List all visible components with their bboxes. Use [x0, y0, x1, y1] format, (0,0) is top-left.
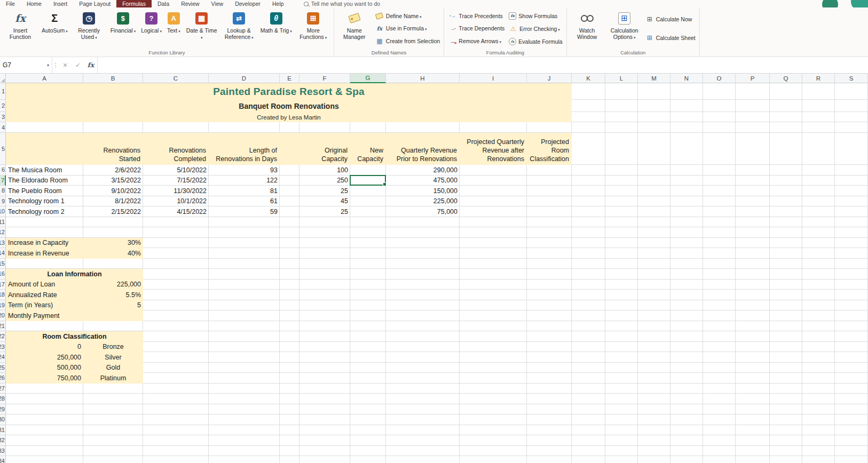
remove-arrows-button[interactable]: Remove Arrows	[446, 36, 507, 46]
cell-D5[interactable]: Length of Renovations in Days	[209, 133, 280, 165]
financial-button[interactable]: Financial	[108, 9, 139, 49]
cell-D6[interactable]: 93	[209, 165, 280, 175]
tell-me-box[interactable]: Tell me what you want to do	[304, 1, 381, 7]
row-header-9[interactable]: 9	[0, 196, 6, 207]
row-header-8[interactable]: 8	[0, 186, 6, 196]
tab-formulas[interactable]: Formulas	[116, 0, 152, 7]
row-header-30[interactable]: 30	[0, 414, 6, 425]
row-header-5[interactable]: 5	[0, 133, 6, 165]
row-header-17[interactable]: 17	[0, 280, 6, 290]
error-checking-button[interactable]: Error Checking	[507, 24, 564, 34]
formula-input[interactable]	[97, 57, 868, 73]
cell-D8[interactable]: 81	[209, 186, 280, 196]
tab-help[interactable]: Help	[266, 0, 290, 7]
column-header-P[interactable]: P	[736, 74, 770, 83]
cell-C8[interactable]: 11/30/2022	[143, 186, 209, 196]
name-box[interactable]: G7 ▾	[0, 57, 52, 73]
cell-D7[interactable]: 122	[209, 175, 280, 186]
tab-insert[interactable]: Insert	[48, 0, 73, 7]
name-manager-button[interactable]: Name Manager	[336, 9, 373, 49]
column-header-K[interactable]: K	[572, 74, 605, 83]
row-header-18[interactable]: 18	[0, 290, 6, 300]
cell-F6[interactable]: 100	[299, 165, 350, 175]
cell-A14[interactable]: Increase in Revenue	[6, 248, 83, 259]
row-header-16[interactable]: 16	[0, 269, 6, 280]
cell-C5[interactable]: Renovations Completed	[143, 133, 209, 165]
row-header-20[interactable]: 20	[0, 310, 6, 321]
column-header-Q[interactable]: Q	[770, 74, 802, 83]
cell-B25[interactable]: Gold	[83, 363, 143, 373]
watch-window-button[interactable]: Watch Window	[569, 9, 606, 49]
recently-used-button[interactable]: Recently Used	[70, 9, 108, 49]
cell-G5[interactable]: New Capacity	[350, 133, 386, 165]
cell-A23[interactable]: 0	[6, 342, 83, 353]
cell-B23[interactable]: Bronze	[83, 342, 143, 353]
row-header-22[interactable]: 22	[0, 331, 6, 342]
cell-H5[interactable]: Quarterly Revenue Prior to Renovations	[386, 133, 460, 165]
row-header-13[interactable]: 13	[0, 238, 6, 249]
cell-A8[interactable]: The Pueblo Room	[6, 186, 83, 196]
cell-A10[interactable]: Technology room 2	[6, 206, 83, 217]
name-box-caret-icon[interactable]: ▾	[47, 63, 49, 68]
row-header-25[interactable]: 25	[0, 363, 6, 373]
cell-A13[interactable]: Increase in Capacity	[6, 238, 83, 249]
row-header-32[interactable]: 32	[0, 435, 6, 446]
row-header-14[interactable]: 14	[0, 248, 6, 259]
row-header-28[interactable]: 28	[0, 394, 6, 404]
row-header-15[interactable]: 15	[0, 259, 6, 269]
create-from-selection-button[interactable]: Create from Selection	[373, 36, 443, 46]
column-header-F[interactable]: F	[299, 74, 350, 83]
show-formulas-button[interactable]: Show Formulas	[507, 12, 564, 20]
insert-function-button[interactable]: Insert Function	[2, 9, 39, 49]
cell-A26[interactable]: 750,000	[6, 373, 83, 384]
formula-bar-grip-icon[interactable]: ⋮	[52, 57, 59, 73]
sheet-grid[interactable]: Painted Paradise Resort & SpaBanquet Roo…	[0, 74, 868, 463]
cell-F9[interactable]: 45	[299, 196, 350, 207]
column-header-N[interactable]: N	[670, 74, 703, 83]
row-header-19[interactable]: 19	[0, 300, 6, 311]
cell-A17[interactable]: Amount of Loan	[6, 280, 83, 290]
lookup-reference-button[interactable]: Lookup & Reference	[220, 9, 258, 49]
column-header-S[interactable]: S	[835, 74, 868, 83]
calculate-sheet-button[interactable]: Calculate Sheet	[643, 33, 698, 43]
cell-C6[interactable]: 5/10/2022	[143, 165, 209, 175]
use-in-formula-button[interactable]: Use in Formula	[373, 23, 443, 33]
cell-F7[interactable]: 250	[299, 175, 350, 186]
date-time-button[interactable]: Date & Time	[183, 9, 220, 49]
row-header-23[interactable]: 23	[0, 342, 6, 353]
tab-review[interactable]: Review	[175, 0, 205, 7]
cell-A25[interactable]: 500,000	[6, 363, 83, 373]
cell-A18[interactable]: Annualized Rate	[6, 290, 83, 300]
cell-B8[interactable]: 9/10/2022	[83, 186, 143, 196]
select-all-corner[interactable]	[0, 74, 6, 83]
cell-A22[interactable]: Room Classification	[6, 331, 143, 342]
cell-A24[interactable]: 250,000	[6, 352, 83, 363]
cell-A6[interactable]: The Musica Room	[6, 165, 83, 175]
tab-view[interactable]: View	[206, 0, 230, 7]
column-header-D[interactable]: D	[209, 74, 280, 83]
cell-B26[interactable]: Platinum	[83, 373, 143, 384]
cell-B9[interactable]: 8/1/2022	[83, 196, 143, 207]
evaluate-formula-button[interactable]: Evaluate Formula	[507, 37, 564, 46]
cell-J5[interactable]: Projected Room Classification	[527, 133, 572, 165]
enter-button[interactable]	[72, 57, 84, 73]
cell-B10[interactable]: 2/15/2022	[83, 206, 143, 217]
define-name-button[interactable]: Define Name	[373, 11, 443, 21]
column-header-E[interactable]: E	[280, 74, 299, 83]
trace-dependents-button[interactable]: Trace Dependents	[446, 23, 507, 33]
calculation-options-button[interactable]: Calculation Options	[606, 9, 643, 49]
cell-D10[interactable]: 59	[209, 206, 280, 217]
autosum-button[interactable]: AutoSum	[39, 9, 70, 49]
column-header-M[interactable]: M	[638, 74, 670, 83]
row-header-3[interactable]: 3	[0, 112, 6, 122]
cell-F10[interactable]: 25	[299, 206, 350, 217]
cell-C7[interactable]: 7/15/2022	[143, 175, 209, 186]
row-header-4[interactable]: 4	[0, 122, 6, 133]
column-header-G[interactable]: G	[350, 74, 386, 83]
row-header-12[interactable]: 12	[0, 227, 6, 238]
cell-A16[interactable]: Loan Information	[6, 269, 143, 280]
cell-B7[interactable]: 3/15/2022	[83, 175, 143, 186]
cell-B17[interactable]: 225,000	[83, 280, 143, 290]
cell-B14[interactable]: 40%	[83, 248, 143, 259]
column-header-C[interactable]: C	[143, 74, 209, 83]
